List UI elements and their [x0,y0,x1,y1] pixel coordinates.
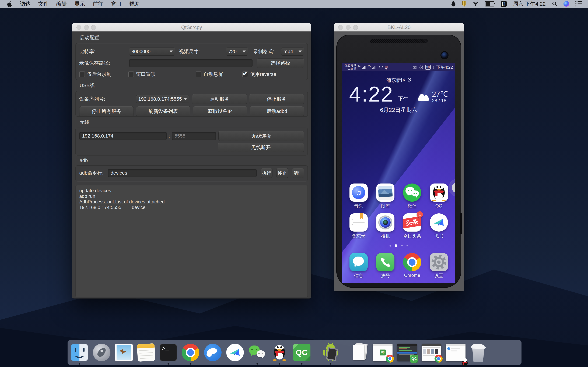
phone-app-camera[interactable]: 相机 [373,213,398,239]
trash-full-icon [470,344,486,362]
phone-app-messages[interactable]: 信息 [346,253,371,279]
apple-menu[interactable] [7,1,12,7]
dropdown-arrow-icon [184,98,187,100]
phone-app-dialer[interactable]: 拨号 [373,253,398,279]
menu-item-edit[interactable]: 编辑 [56,0,67,8]
minimize-button[interactable] [84,25,89,30]
battery-icon[interactable] [485,1,494,7]
qtscrcpy-qc-icon: QC [293,344,311,361]
checkbox-always-on-top[interactable]: 窗口置顶 [128,71,156,78]
wifi-icon[interactable] [473,1,479,6]
wireless-connect-button[interactable]: 无线连接 [218,131,304,141]
app-label: 图库 [373,203,398,209]
get-device-ip-button[interactable]: 获取设备IP [193,106,247,117]
spotlight-search-icon[interactable] [552,1,557,7]
video-size-combobox[interactable]: 720 [226,48,248,56]
start-service-button[interactable]: 启动服务 [192,94,247,104]
app-label: 信息 [346,273,371,279]
window-title: QtScrcpy [181,25,202,30]
phone-screen[interactable]: 优酷移动 中国联通 3G 4G ψ 38 下午4:22 [342,63,455,283]
menu-item-file[interactable]: 文件 [38,0,49,8]
checkbox-box[interactable] [128,71,134,77]
menu-item-view[interactable]: 显示 [75,0,85,8]
phone-app-settings[interactable]: 设置 [427,253,451,279]
record-format-combobox[interactable]: mp4 [281,48,304,56]
dock-documents-stack[interactable] [351,344,368,361]
bitrate-combobox[interactable]: 8000000 [129,48,175,56]
menu-item-help[interactable]: 帮助 [129,0,140,8]
dock-minimized-window-page[interactable]: 坤 [373,344,392,361]
phone-app-memo[interactable]: 备忘录 [346,213,371,239]
dock-android-scrcpy[interactable] [322,344,339,361]
choose-path-button[interactable]: 选择路径 [257,58,304,68]
checkbox-screen-off[interactable]: 自动息屏 [196,71,223,78]
start-adbd-button[interactable]: 启动adbd [250,106,304,117]
close-button[interactable] [77,25,81,30]
dock-terminal[interactable]: >_ [160,344,177,361]
stop-all-services-button[interactable]: 停止所有服务 [79,106,134,117]
dock-qtscrcpy[interactable]: QC [293,344,311,361]
dock-feishu[interactable] [226,344,244,361]
dock-trash[interactable] [470,344,486,361]
dock-launchpad[interactable] [93,344,110,361]
serial-combobox[interactable]: 192.168.0.174:5555 [136,95,189,103]
record-path-input[interactable] [129,59,252,67]
phone-app-feishu[interactable]: 飞书 [427,213,451,239]
dock-qq[interactable] [271,344,288,361]
adb-command-input[interactable] [108,169,257,177]
wifi-status-icon [379,66,383,69]
phone-app-chrome[interactable]: Chrome [400,253,424,279]
adb-kill-button[interactable]: 终止 [276,168,288,178]
checkbox-use-reverse[interactable]: ✔ 使用reverse [242,71,276,78]
dock-mail[interactable] [115,344,133,361]
qtscrcpy-titlebar[interactable]: QtScrcpy [72,23,311,32]
running-indicator [279,363,280,365]
dock-seal-app[interactable] [204,344,222,361]
refresh-device-list-button[interactable]: 刷新设备列表 [136,106,190,117]
wireless-port-input[interactable] [172,132,216,140]
close-button[interactable] [338,25,343,30]
phone-window-titlebar[interactable]: BKL-AL20 [334,23,464,32]
menu-item-window[interactable]: 窗口 [111,0,121,8]
adb-clear-button[interactable]: 清理 [292,168,304,178]
phone-app-music[interactable]: ♫ 音乐 [346,184,371,209]
shield-security-icon[interactable] [462,1,466,7]
phone-app-wechat[interactable]: 微信 [400,184,424,209]
wireless-ip-input[interactable] [79,132,167,140]
qq-menubar-icon[interactable] [451,1,456,7]
adb-run-button[interactable]: 执行 [260,168,272,178]
minimize-button[interactable] [346,25,351,30]
clock-widget[interactable]: 浦东新区 4:22 下午 27℃ 28 / 18 [342,77,455,114]
gallery-app-icon [376,184,394,202]
phone-app-toutiao[interactable]: 头条 1 今日头条 [400,213,424,239]
dock-minimized-window-chat[interactable] [446,344,466,361]
adb-log-output[interactable]: update devices...adb runAdbProcess::out:… [75,185,308,297]
checkbox-background-record[interactable]: 仅后台录制 [79,71,112,78]
dock-chrome[interactable] [182,344,199,361]
phone-app-qq[interactable]: QQ [427,184,451,209]
qq-app-icon [430,184,448,202]
documents-stack-icon [351,344,368,361]
menu-item-go[interactable]: 前往 [93,0,103,8]
dock-notes[interactable] [137,344,155,361]
siri-icon[interactable] [563,1,569,7]
notification-center-icon[interactable] [575,1,582,7]
stop-service-button[interactable]: 停止服务 [249,94,304,104]
checkbox-box[interactable] [196,71,201,77]
zoom-button[interactable] [353,25,358,30]
phone-app-gallery[interactable]: 图库 [373,184,398,209]
menubar-clock[interactable]: 周六 下午4:22 [513,0,546,8]
app-label: 音乐 [346,203,371,209]
dock-wechat[interactable] [249,344,266,361]
checkbox-box[interactable] [79,71,85,77]
input-method-icon[interactable]: 拼 [501,1,507,7]
dock-finder[interactable] [71,344,88,361]
mac-dock: >_ QC [68,340,521,365]
dock-minimized-window-code[interactable]: QC [397,344,417,361]
zoom-button[interactable] [91,25,96,30]
menu-item-finder[interactable]: 访达 [20,0,30,8]
dock-minimized-window-web[interactable] [422,344,441,361]
notification-badge: 1 [417,211,423,217]
checkbox-box[interactable]: ✔ [242,71,248,77]
wireless-disconnect-button[interactable]: 无线断开 [218,143,304,152]
